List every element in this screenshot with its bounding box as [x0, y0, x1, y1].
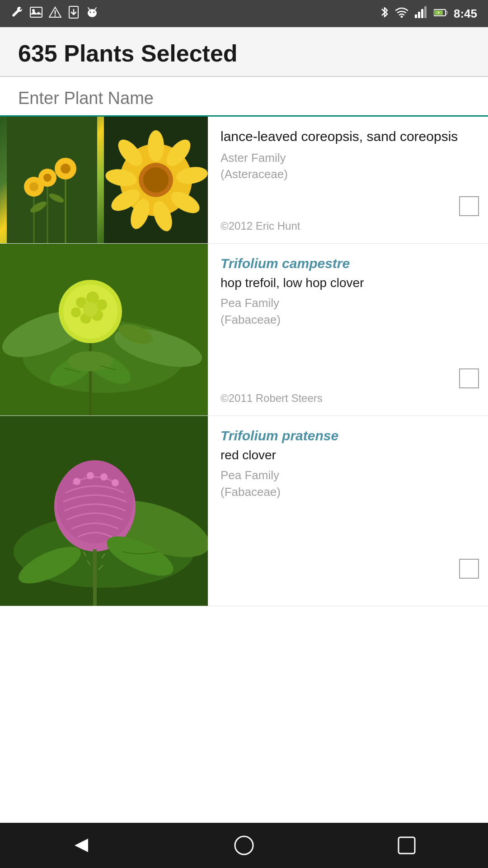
plant-common-name-1: lance-leaved coreopsis, sand coreopsis	[221, 127, 477, 145]
svg-point-4	[55, 15, 56, 17]
download-icon	[68, 6, 80, 21]
plant-family-2: Pea Family (Fabaceae)	[221, 295, 477, 328]
svg-point-65	[68, 351, 113, 371]
plant-family-3: Pea Family (Fabaceae)	[221, 467, 477, 500]
svg-point-35	[61, 164, 70, 174]
plant-checkbox-1[interactable]	[459, 196, 479, 216]
plant-common-name-2: hop trefoil, low hop clover	[221, 275, 477, 291]
plant-scientific-name-2: Trifolium campestre	[221, 255, 477, 272]
svg-marker-85	[75, 839, 88, 852]
svg-point-61	[83, 302, 98, 316]
plant-list: lance-leaved coreopsis, sand coreopsis A…	[0, 117, 488, 823]
plant-checkbox-2[interactable]	[459, 368, 479, 388]
list-item[interactable]: Trifolium campestre hop trefoil, low hop…	[0, 244, 488, 416]
plant-checkbox-3[interactable]	[459, 559, 479, 579]
svg-point-86	[235, 836, 253, 854]
page-title: 635 Plants Selected	[18, 40, 470, 67]
plant-info-1: lance-leaved coreopsis, sand coreopsis A…	[208, 117, 488, 243]
plant-info-3: Trifolium pratense red clover Pea Family…	[208, 416, 488, 606]
back-button[interactable]	[66, 830, 97, 861]
plant-common-name-3: red clover	[221, 447, 477, 463]
svg-point-48	[143, 167, 169, 193]
navigation-bar	[0, 823, 488, 868]
svg-point-76	[100, 473, 108, 481]
bluetooth-icon	[380, 6, 389, 21]
recent-apps-button[interactable]	[391, 830, 422, 861]
svg-line-12	[88, 8, 89, 9]
app-header: 635 Plants Selected	[0, 27, 488, 76]
status-icons-right: 8:45	[380, 6, 477, 21]
status-icons-left	[11, 6, 99, 21]
svg-rect-15	[415, 14, 417, 18]
plant-family-1: Aster Family (Asteraceae)	[221, 150, 477, 183]
image-icon	[30, 7, 42, 20]
svg-point-14	[400, 16, 403, 18]
battery-icon	[434, 8, 447, 19]
plant-image-3	[0, 416, 208, 606]
svg-point-11	[94, 12, 95, 13]
wifi-icon	[395, 7, 408, 20]
svg-point-38	[148, 130, 164, 162]
status-bar: 8:45	[0, 0, 488, 27]
home-button[interactable]	[228, 830, 260, 861]
svg-point-73	[56, 460, 133, 543]
plant-image-2	[0, 244, 208, 415]
android-icon	[86, 6, 99, 21]
plant-copyright-2: ©2011 Robert Steers	[221, 392, 477, 405]
svg-point-33	[43, 174, 52, 182]
status-time: 8:45	[454, 7, 477, 21]
search-input[interactable]	[18, 81, 470, 115]
list-item[interactable]: lance-leaved coreopsis, sand coreopsis A…	[0, 117, 488, 244]
plant-image-1b	[104, 117, 208, 243]
svg-rect-18	[424, 6, 427, 18]
svg-rect-0	[30, 7, 42, 17]
svg-rect-16	[418, 12, 420, 18]
svg-rect-87	[399, 837, 415, 854]
svg-point-74	[73, 478, 80, 485]
svg-point-75	[87, 472, 94, 479]
svg-point-9	[88, 9, 97, 17]
signal-icon	[415, 6, 427, 21]
plant-images-1	[0, 117, 208, 243]
warning-icon	[49, 6, 61, 21]
svg-point-57	[96, 299, 107, 310]
svg-point-10	[90, 12, 91, 13]
wrench-icon	[11, 6, 23, 21]
plant-image-1a	[0, 117, 104, 243]
search-container[interactable]	[0, 77, 488, 117]
svg-rect-17	[421, 9, 423, 18]
svg-point-77	[112, 479, 119, 486]
list-item[interactable]: Trifolium pratense red clover Pea Family…	[0, 416, 488, 606]
svg-line-13	[95, 8, 96, 9]
plant-copyright-1: ©2012 Eric Hunt	[221, 220, 477, 232]
plant-scientific-name-3: Trifolium pratense	[221, 427, 477, 444]
svg-point-60	[71, 307, 81, 317]
plant-info-2: Trifolium campestre hop trefoil, low hop…	[208, 244, 488, 415]
